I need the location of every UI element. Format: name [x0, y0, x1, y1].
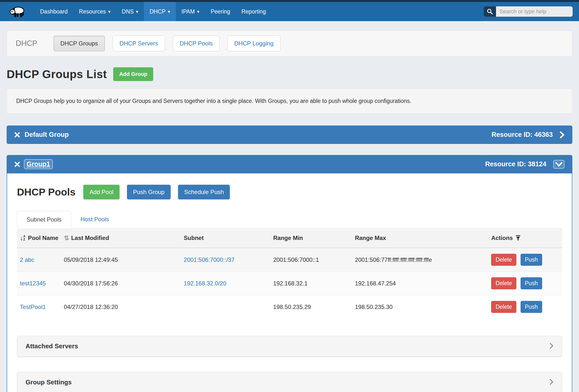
column-header-actions: Actions: [491, 229, 562, 248]
group-name: Default Group: [25, 131, 69, 139]
top-strip: [0, 0, 579, 2]
group-bar-default-group[interactable]: Default Group Resource ID: 46363: [7, 126, 572, 144]
navbar: Dashboard Resources ▾ DNS ▾ DHCP ▾ IPAM …: [0, 2, 579, 21]
nav-item-reporting[interactable]: Reporting: [236, 2, 272, 21]
sort-az-icon: ↓ A Z: [20, 235, 26, 241]
caret-down-icon: ▾: [168, 9, 170, 14]
column-header-range-min[interactable]: Range Min: [273, 229, 355, 248]
subnet-pools-table: ↓ A Z Pool Name ⇅ Last Mo: [17, 229, 562, 318]
main-nav: Dashboard Resources ▾ DNS ▾ DHCP ▾ IPAM …: [34, 2, 272, 21]
subnav-dhcp-servers-button[interactable]: DHCP Servers: [113, 36, 165, 51]
nav-item-dhcp[interactable]: DHCP ▾: [144, 2, 176, 21]
resource-id-label: Resource ID: 38124: [485, 160, 546, 168]
delete-pool-button[interactable]: Delete: [491, 277, 516, 289]
column-label: Last Modified: [71, 235, 109, 241]
group-settings-accordion[interactable]: Group Settings: [17, 372, 562, 392]
push-pool-button[interactable]: Push: [520, 277, 542, 289]
subnav-title: DHCP: [16, 39, 37, 48]
search-input[interactable]: [496, 6, 573, 17]
attached-servers-accordion[interactable]: Attached Servers: [17, 336, 562, 357]
subnav-dhcp-groups-button[interactable]: DHCP Groups: [54, 36, 105, 51]
nav-item-peering[interactable]: Peering: [205, 2, 236, 21]
remove-group-icon[interactable]: [14, 162, 20, 167]
range-max-cell: 192.168.47.254: [355, 272, 491, 295]
group1-link[interactable]: Group1: [24, 159, 53, 169]
provision-logo[interactable]: [9, 5, 26, 18]
column-label: Actions: [491, 235, 513, 241]
chevron-right-icon: [550, 343, 553, 350]
nav-item-dns[interactable]: DNS ▾: [116, 2, 144, 21]
pool-name-link[interactable]: test12345: [20, 280, 46, 287]
page-title-row: DHCP Groups List Add Group: [7, 67, 572, 81]
column-header-range-max[interactable]: Range Max: [355, 229, 491, 248]
nav-label: DNS: [122, 8, 134, 15]
caret-down-icon: ▾: [108, 9, 111, 14]
group-bar-right: Resource ID: 38124: [485, 160, 565, 169]
pool-name-link[interactable]: TestPool1: [20, 304, 46, 310]
remove-group-icon[interactable]: [14, 132, 20, 138]
dhcp-pools-title: DHCP Pools: [17, 186, 75, 198]
resource-id-label: Resource ID: 46363: [492, 131, 553, 139]
nav-label: Dashboard: [40, 8, 68, 15]
chevron-right-icon: [550, 379, 553, 386]
last-modified-cell: 05/09/2018 12:49:45: [64, 248, 184, 272]
column-header-pool-name[interactable]: ↓ A Z Pool Name: [17, 229, 64, 248]
last-modified-cell: 04/30/2018 17:56:26: [64, 272, 184, 295]
group-bar-right: Resource ID: 46363: [492, 131, 565, 139]
schedule-push-button[interactable]: Schedule Push: [178, 185, 230, 199]
last-modified-cell: 04/27/2018 12:36:20: [64, 295, 184, 319]
subnav-dhcp-logging-button[interactable]: DHCP Logging: [227, 36, 281, 51]
nav-label: DHCP: [149, 8, 165, 15]
column-label: Pool Name: [28, 235, 59, 241]
groups-description: DHCP Groups help you to organize all of …: [7, 88, 572, 114]
chevron-right-icon[interactable]: [560, 131, 565, 138]
pools-title-row: DHCP Pools Add Pool Push Group Schedule …: [17, 185, 562, 199]
push-pool-button[interactable]: Push: [520, 254, 542, 266]
nav-item-dashboard[interactable]: Dashboard: [34, 2, 73, 21]
delete-pool-button[interactable]: Delete: [491, 301, 516, 313]
range-min-cell: 192.168.32.1: [273, 272, 355, 295]
table-row: 2 abc 05/09/2018 12:49:45 2001:506:7000:…: [17, 248, 562, 272]
push-pool-button[interactable]: Push: [520, 301, 542, 313]
range-max-cell: 2001:506:77ff:ffff:ffff:ffff:ffff:fffe: [355, 248, 491, 272]
sort-icon: ⇅: [64, 235, 69, 241]
table-header-row: ↓ A Z Pool Name ⇅ Last Mo: [17, 229, 562, 248]
page-title: DHCP Groups List: [7, 68, 107, 81]
accordion-label: Group Settings: [26, 379, 72, 386]
column-header-last-modified[interactable]: ⇅ Last Modified: [64, 229, 184, 248]
dhcp-subnav-card: DHCP DHCP Groups DHCP Servers DHCP Pools…: [7, 30, 572, 57]
pool-name-link[interactable]: 2 abc: [20, 256, 34, 263]
nav-label: IPAM: [181, 8, 195, 15]
nav-label: Peering: [211, 8, 230, 15]
nav-item-resources[interactable]: Resources ▾: [73, 2, 116, 21]
nav-item-ipam[interactable]: IPAM ▾: [176, 2, 205, 21]
caret-down-icon: ▾: [136, 9, 139, 14]
tab-host-pools[interactable]: Host Pools: [71, 211, 118, 229]
table-row: TestPool1 04/27/2018 12:36:20 198.50.235…: [17, 295, 562, 319]
navbar-search: [484, 6, 573, 17]
delete-pool-button[interactable]: Delete: [491, 254, 516, 266]
add-pool-button[interactable]: Add Pool: [83, 185, 119, 199]
filter-icon[interactable]: [516, 235, 520, 241]
accordion-label: Attached Servers: [26, 342, 78, 350]
column-label: Range Min: [273, 235, 303, 241]
group-bar-group1[interactable]: Group1 Resource ID: 38124: [7, 155, 572, 173]
add-group-button[interactable]: Add Group: [113, 67, 153, 81]
column-label: Subnet: [184, 235, 204, 241]
tab-subnet-pools[interactable]: Subnet Pools: [17, 211, 71, 229]
range-max-cell: 198.50.235.30: [355, 295, 491, 319]
page-content: DHCP DHCP Groups DHCP Servers DHCP Pools…: [0, 30, 579, 392]
table-row: test12345 04/30/2018 17:56:26 192.168.32…: [17, 272, 562, 295]
search-icon: [487, 8, 493, 15]
subnet-link[interactable]: 2001:506:7000::/37: [184, 256, 234, 263]
subnet-link[interactable]: 192.168.32.0/20: [184, 280, 226, 287]
subnav-dhcp-pools-button[interactable]: DHCP Pools: [173, 36, 219, 51]
push-group-button[interactable]: Push Group: [127, 185, 171, 199]
nav-label: Reporting: [241, 8, 266, 15]
panda-logo-icon: [9, 5, 26, 18]
column-header-subnet[interactable]: Subnet: [184, 229, 273, 248]
search-button[interactable]: [484, 6, 496, 17]
caret-down-icon: ▾: [197, 9, 199, 14]
chevron-down-icon[interactable]: [553, 160, 565, 169]
subnet-cell-empty: [184, 295, 273, 319]
